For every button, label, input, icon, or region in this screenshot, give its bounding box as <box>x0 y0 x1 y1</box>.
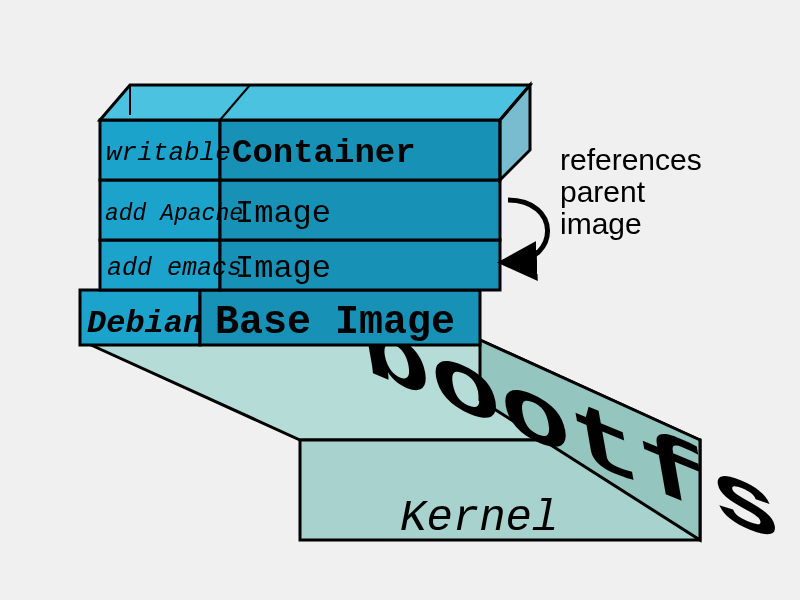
layer-left-label: add emacs <box>107 254 242 283</box>
annotation-line-1: references <box>560 143 702 176</box>
base-front-label: Kernel <box>400 493 558 543</box>
layer-container: writable Container <box>100 120 500 180</box>
layer-left-label: add Apache <box>105 201 243 227</box>
layer-apache: add Apache Image <box>100 180 500 240</box>
layer-right-label: Image <box>235 250 331 287</box>
layer-emacs: add emacs Image <box>100 240 500 290</box>
parent-reference-arrow <box>508 200 548 262</box>
layer-right-label: Base Image <box>215 300 455 345</box>
layer-debian: Debian Base Image <box>80 290 480 345</box>
annotation-text: references parent image <box>560 143 702 240</box>
annotation-line-3: image <box>560 207 642 240</box>
layer-left-label: Debian <box>87 305 202 342</box>
annotation-line-2: parent <box>560 175 646 208</box>
layer-right-label: Image <box>235 195 331 232</box>
arrow-path <box>508 200 548 262</box>
layer-right-label: Container <box>232 134 416 172</box>
docker-layers-diagram: bootfs Kernel Debian Base Image add emac… <box>0 0 800 600</box>
layer-left-label: writable <box>106 138 231 168</box>
lid-top <box>100 85 530 120</box>
